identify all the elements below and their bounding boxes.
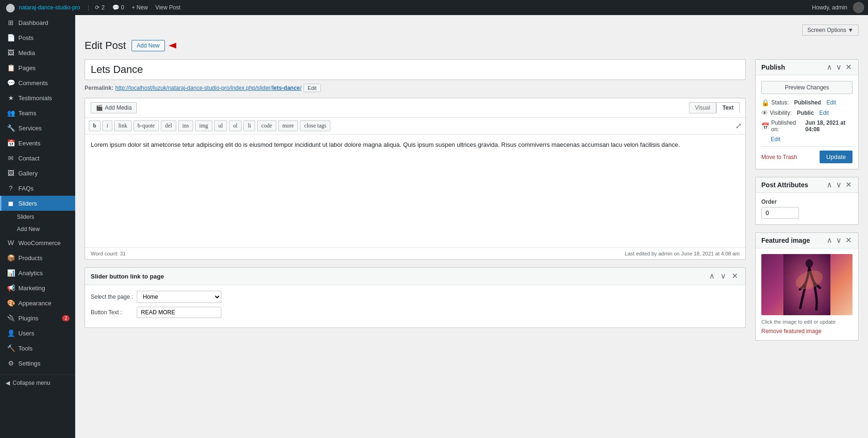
sidebar-item-dashboard[interactable]: ⊞ Dashboard bbox=[0, 15, 75, 30]
tab-visual[interactable]: Visual bbox=[689, 102, 716, 113]
sidebar-item-settings[interactable]: ⚙ Settings bbox=[0, 356, 75, 371]
format-btn-link[interactable]: link bbox=[114, 120, 132, 131]
sidebar-label-tools: Tools bbox=[18, 345, 32, 352]
post-attributes-panel: Post Attributes ∧ ∨ ✕ Order bbox=[755, 177, 859, 225]
preview-changes-button[interactable]: Preview Changes bbox=[761, 81, 852, 94]
visibility-row: 👁 Visibility: Public Edit bbox=[761, 109, 852, 117]
format-btn-ins[interactable]: ins bbox=[178, 120, 193, 131]
slider-meta-controls: ∧ ∨ ✕ bbox=[707, 272, 740, 280]
status-label: Status: bbox=[771, 99, 789, 106]
collapse-menu[interactable]: ◀ Collapse menu bbox=[0, 374, 75, 391]
admin-bar-updates[interactable]: ⟳ 2 bbox=[95, 4, 105, 11]
sidebar-item-gallery[interactable]: 🖼 Gallery bbox=[0, 166, 75, 181]
fullscreen-icon[interactable]: ⤢ bbox=[735, 121, 742, 130]
publish-collapse-close[interactable]: ✕ bbox=[845, 64, 852, 71]
sidebar-item-testimonials[interactable]: ★ Testimonials bbox=[0, 90, 75, 105]
sidebar-item-comments[interactable]: 💬 Comments bbox=[0, 75, 75, 90]
format-btn-bquote[interactable]: b-quote bbox=[133, 120, 159, 131]
post-title-input[interactable] bbox=[85, 59, 746, 80]
format-btn-ol[interactable]: ol bbox=[229, 120, 242, 131]
permalink-url[interactable]: http://localhost/luzuk/nataraj-dance-stu… bbox=[115, 85, 301, 91]
add-media-button[interactable]: 🎬 Add Media bbox=[91, 102, 137, 113]
permalink-edit-button[interactable]: Edit bbox=[304, 84, 321, 92]
tab-text[interactable]: Text bbox=[716, 102, 740, 113]
fi-collapse-down[interactable]: ∨ bbox=[835, 237, 843, 244]
status-edit-link[interactable]: Edit bbox=[826, 99, 836, 106]
slider-meta-close[interactable]: ✕ bbox=[730, 272, 740, 280]
admin-bar-comments[interactable]: 💬 0 bbox=[112, 4, 125, 11]
sidebar-label-contact: Contact bbox=[18, 155, 39, 162]
format-btn-close-tags[interactable]: close tags bbox=[300, 120, 330, 131]
admin-bar-right: Howdy, admin bbox=[812, 2, 864, 13]
format-btn-more[interactable]: more bbox=[278, 120, 298, 131]
featured-image-note: Click the image to edit or update bbox=[761, 319, 852, 325]
post-attributes-body: Order bbox=[756, 193, 858, 224]
wp-logo-icon[interactable]: ⬤ bbox=[4, 1, 17, 14]
admin-bar-view-post[interactable]: View Post bbox=[156, 4, 180, 11]
sidebar-item-users[interactable]: 👤 Users bbox=[0, 326, 75, 341]
editor-content[interactable]: Lorem ipsum dolor sit ametconse tetur ad… bbox=[85, 135, 745, 247]
button-text-input[interactable] bbox=[137, 307, 221, 318]
sidebar-item-eevents[interactable]: 📅 Eevents bbox=[0, 135, 75, 151]
sidebar-item-posts[interactable]: 📄 Posts bbox=[0, 30, 75, 45]
select-page-dropdown[interactable]: Home About Services Contact bbox=[137, 291, 221, 303]
sidebar-item-faqs[interactable]: ? FAQs bbox=[0, 181, 75, 196]
post-attributes-title: Post Attributes bbox=[761, 181, 826, 189]
sidebar-label-dashboard: Dashboard bbox=[18, 19, 48, 26]
sidebar-item-contact[interactable]: ✉ Contact bbox=[0, 151, 75, 166]
admin-bar-site[interactable]: nataraj-dance-studio-pro bbox=[19, 4, 80, 11]
sidebar-item-teams[interactable]: 👥 Teams bbox=[0, 105, 75, 120]
remove-featured-image-link[interactable]: Remove featured image bbox=[761, 328, 821, 334]
format-btn-i[interactable]: i bbox=[102, 120, 112, 131]
attrs-collapse-up[interactable]: ∧ bbox=[826, 181, 833, 189]
comments-menu-icon: 💬 bbox=[7, 79, 15, 87]
format-btn-li[interactable]: li bbox=[243, 120, 255, 131]
editor-view-tabs: Visual Text bbox=[689, 102, 740, 113]
attrs-collapse-down[interactable]: ∨ bbox=[835, 181, 843, 189]
featured-image-panel: Featured image ∧ ∨ ✕ bbox=[755, 232, 859, 341]
arrow-add-new bbox=[171, 40, 208, 51]
editor-box: 🎬 Add Media Visual Text b i link b-q bbox=[85, 98, 746, 260]
sidebar-item-plugins[interactable]: 🔌 Plugins 2 bbox=[0, 311, 75, 326]
publish-collapse-up[interactable]: ∧ bbox=[826, 64, 833, 71]
format-btn-img[interactable]: img bbox=[195, 120, 212, 131]
add-new-button[interactable]: Add New bbox=[132, 40, 165, 51]
screen-options-button[interactable]: Screen Options ▼ bbox=[802, 24, 859, 36]
fi-collapse-close[interactable]: ✕ bbox=[845, 237, 852, 244]
format-btn-del[interactable]: del bbox=[161, 120, 176, 131]
sidebar-item-pages[interactable]: 📋 Pages bbox=[0, 60, 75, 75]
sidebar-item-analytics[interactable]: 📊 Analytics bbox=[0, 265, 75, 280]
order-input[interactable] bbox=[761, 207, 799, 219]
format-btn-b[interactable]: b bbox=[89, 120, 101, 131]
editor-area: Permalink: http://localhost/luzuk/natara… bbox=[85, 59, 746, 335]
sidebar-item-appearance[interactable]: 🎨 Appearance bbox=[0, 295, 75, 311]
sidebar-label-sliders: Sliders bbox=[18, 200, 37, 207]
sidebar-item-marketing[interactable]: 📢 Marketing bbox=[0, 280, 75, 295]
format-btn-code[interactable]: code bbox=[257, 120, 276, 131]
sliders-icon: ◼ bbox=[7, 199, 15, 207]
sidebar-subitem-sliders-add-new[interactable]: Add New bbox=[0, 223, 75, 235]
publish-divider bbox=[761, 146, 852, 147]
select-page-row: Select the page : Home About Services Co… bbox=[91, 291, 740, 303]
sidebar-item-services[interactable]: 🔧 Services bbox=[0, 120, 75, 135]
sidebar-subitem-sliders[interactable]: Sliders bbox=[0, 211, 75, 223]
format-btn-ul[interactable]: ul bbox=[214, 120, 227, 131]
attrs-collapse-close[interactable]: ✕ bbox=[845, 181, 852, 189]
sidebar-item-products[interactable]: 📦 Products bbox=[0, 250, 75, 265]
slider-meta-up[interactable]: ∧ bbox=[707, 272, 717, 280]
plugins-icon: 🔌 bbox=[7, 314, 15, 322]
sidebar-item-media[interactable]: 🖼 Media bbox=[0, 45, 75, 60]
visibility-edit-link[interactable]: Edit bbox=[819, 110, 829, 116]
fi-collapse-up[interactable]: ∧ bbox=[826, 237, 833, 244]
admin-bar-add-new[interactable]: + New bbox=[132, 4, 148, 11]
published-on-edit-link[interactable]: Edit bbox=[771, 136, 781, 143]
sidebar-item-woocommerce[interactable]: W WooCommerce bbox=[0, 235, 75, 250]
slider-meta-down[interactable]: ∨ bbox=[719, 272, 728, 280]
publish-collapse-down[interactable]: ∨ bbox=[835, 64, 843, 71]
sidebar-item-tools[interactable]: 🔨 Tools bbox=[0, 341, 75, 356]
sidebar-item-sliders[interactable]: ◼ Sliders bbox=[0, 196, 75, 211]
featured-image-thumbnail[interactable] bbox=[761, 254, 852, 315]
move-to-trash-link[interactable]: Move to Trash bbox=[761, 154, 797, 160]
update-button[interactable]: Update bbox=[820, 151, 852, 163]
screen-options-bar: Screen Options ▼ bbox=[85, 24, 859, 36]
